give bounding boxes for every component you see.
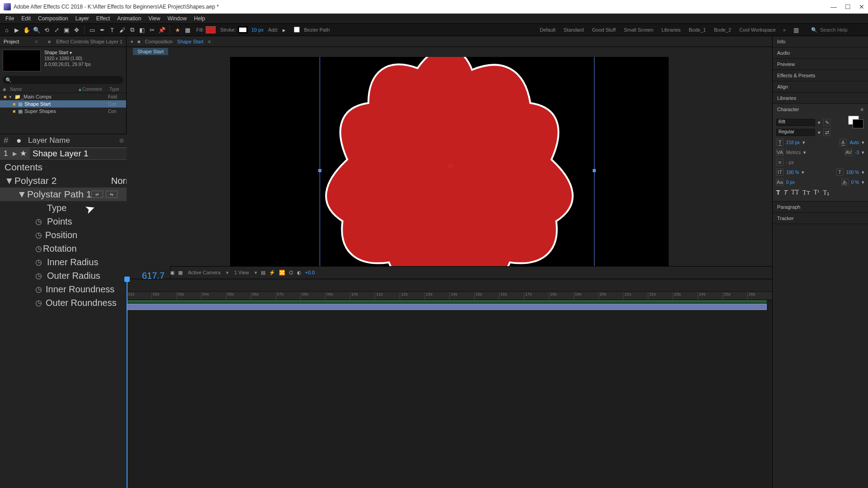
faux-bold-button[interactable]: T — [776, 189, 780, 197]
anchor-tool-icon[interactable]: ✥ — [72, 26, 80, 34]
stopwatch-icon[interactable]: ◷ — [35, 285, 46, 294]
maximize-button[interactable]: ☐ — [845, 3, 851, 10]
label-color-header-icon[interactable]: ● — [16, 136, 28, 145]
selection-handle[interactable] — [593, 169, 596, 172]
font-family-select[interactable]: Rift — [776, 119, 815, 126]
switch-shy-icon[interactable]: ⛭ — [118, 137, 125, 144]
views-select[interactable]: 1 View — [232, 270, 251, 275]
work-area-bar[interactable] — [127, 300, 767, 303]
name-column-header[interactable]: Name — [10, 87, 78, 92]
path-direction-icon[interactable]: ⇄ — [91, 191, 103, 198]
panel-toggle-icon[interactable]: ▥ — [792, 26, 800, 34]
project-item-comp-selected[interactable]: ■ ▦ Shape Start Con — [0, 100, 126, 108]
character-panel-header[interactable]: Character ≡ — [773, 104, 868, 115]
selection-handle[interactable] — [318, 169, 321, 172]
faux-italic-button[interactable]: T — [784, 189, 788, 197]
effects-presets-panel-header[interactable]: Effects & Presets — [773, 70, 868, 81]
project-panel-menu-icon[interactable]: ≡ — [35, 39, 38, 44]
roto-tool-icon[interactable]: ✂ — [148, 26, 156, 34]
stroke-color-swatch[interactable] — [238, 26, 248, 33]
project-item-folder[interactable]: ■ ▾ 📁 _Main Comps Fold — [0, 93, 126, 100]
menu-help[interactable]: Help — [190, 15, 209, 22]
project-item-comp[interactable]: ■ ▦ Super Shapes Con — [0, 108, 126, 115]
subscript-button[interactable]: T₁ — [823, 189, 830, 197]
workspace-bode1[interactable]: Bode_1 — [689, 27, 706, 33]
font-style-select[interactable]: Regular — [776, 129, 815, 136]
menu-layer[interactable]: Layer — [72, 15, 93, 22]
character-panel-menu-icon[interactable]: ≡ — [861, 107, 863, 112]
selection-bounding-box[interactable] — [320, 57, 594, 266]
layer-num-header[interactable]: # — [4, 136, 16, 145]
exposure-reset-icon[interactable]: ◐ — [297, 270, 302, 276]
workspace-cool[interactable]: Cool Workspace — [739, 27, 776, 33]
font-size-value[interactable]: 218 px — [786, 140, 800, 145]
comment-column-header[interactable]: Comment — [82, 87, 109, 92]
comp-thumbnail[interactable] — [3, 50, 41, 71]
minimize-button[interactable]: — — [830, 3, 837, 10]
all-caps-button[interactable]: TT — [791, 189, 799, 197]
composition-tab-name[interactable]: Shape Start — [177, 39, 203, 44]
camera-tool-icon[interactable]: ▣ — [62, 26, 71, 34]
label-header-icon[interactable]: ◆ — [3, 87, 10, 92]
type-column-header[interactable]: Type — [109, 87, 119, 92]
audio-panel-header[interactable]: Audio — [773, 47, 868, 58]
composition-panel-menu-icon[interactable]: ≡ — [208, 39, 211, 44]
sort-icon[interactable]: ▲ — [78, 87, 82, 92]
transparency-grid-icon[interactable]: ▦ — [178, 270, 183, 276]
layer-twirl-icon[interactable]: ▸ — [13, 148, 20, 159]
orbit-tool-icon[interactable]: ⟲ — [42, 26, 51, 34]
swap-colors-icon[interactable]: ⇄ — [823, 129, 830, 136]
vscale-value[interactable]: 100 % — [786, 170, 799, 175]
fill-color-swatch[interactable] — [206, 26, 216, 33]
comp-arrow-icon[interactable]: ◂ — [130, 38, 133, 44]
camera-select[interactable]: Active Camera — [186, 270, 222, 275]
rotate-tool-icon[interactable]: ⤢ — [52, 26, 61, 34]
shape-tool-icon[interactable]: ▭ — [88, 26, 96, 34]
menu-composition[interactable]: Composition — [34, 15, 72, 22]
text-tool-icon[interactable]: T — [108, 26, 116, 34]
menu-effect[interactable]: Effect — [93, 15, 113, 22]
star-option-icon[interactable]: ★ — [174, 26, 182, 34]
clone-tool-icon[interactable]: ⧉ — [128, 26, 136, 34]
time-ruler[interactable]: 01s02s03s 04s05s06s 07s08s09s 10s11s12s … — [127, 292, 772, 300]
workspace-goodstuff[interactable]: Good Stuff — [592, 27, 616, 33]
menu-view[interactable]: View — [145, 15, 164, 22]
stopwatch-icon[interactable]: ◷ — [35, 258, 47, 267]
hscale-value[interactable]: 100 % — [846, 170, 859, 175]
puppet-tool-icon[interactable]: 📌 — [158, 26, 166, 34]
workspace-smallscreen[interactable]: Small Screen — [624, 27, 653, 33]
kerning-value[interactable]: Metrics — [786, 150, 801, 155]
stopwatch-icon[interactable]: ◷ — [35, 271, 47, 281]
eraser-tool-icon[interactable]: ◧ — [138, 26, 146, 34]
add-menu-icon[interactable]: ▸ — [280, 26, 288, 34]
group-twirl-icon[interactable]: ▼ — [5, 175, 14, 186]
menu-file[interactable]: File — [2, 15, 18, 22]
stopwatch-icon[interactable]: ◷ — [35, 298, 46, 308]
selection-tool-icon[interactable]: ▶ — [13, 26, 21, 34]
workspace-standard[interactable]: Standard — [564, 27, 584, 33]
menu-animation[interactable]: Animation — [113, 15, 145, 22]
menu-edit[interactable]: Edit — [18, 15, 34, 22]
bezier-checkbox[interactable] — [294, 27, 300, 33]
roi-icon[interactable]: ▣ — [170, 270, 175, 276]
layer-name[interactable]: Shape Layer 1 — [30, 148, 134, 159]
stopwatch-icon[interactable]: ◷ — [35, 230, 45, 240]
fast-preview-icon[interactable]: ⚡ — [269, 270, 275, 276]
stroke-width-value[interactable]: 10 px — [251, 27, 264, 33]
pixel-aspect-icon[interactable]: ▤ — [261, 270, 265, 276]
layer-duration-bar[interactable] — [127, 304, 767, 310]
workspace-libraries[interactable]: Libraries — [661, 27, 680, 33]
brush-tool-icon[interactable]: 🖌 — [118, 26, 126, 34]
anchor-point-icon[interactable]: ◇ — [448, 162, 453, 169]
stopwatch-icon[interactable]: ◷ — [35, 217, 47, 226]
workspace-default[interactable]: Default — [540, 27, 556, 33]
zoom-tool-icon[interactable]: 🔍 — [33, 26, 41, 34]
libraries-panel-header[interactable]: Libraries — [773, 93, 868, 103]
search-icon[interactable]: 🔍 — [811, 27, 817, 33]
exposure-value[interactable]: +0.0 — [305, 270, 315, 275]
layer-name-header[interactable]: Layer Name — [28, 136, 70, 145]
leading-value[interactable]: Auto — [849, 140, 859, 145]
small-caps-button[interactable]: Tᴛ — [802, 189, 810, 197]
project-tab[interactable]: Project — [4, 39, 19, 44]
path-direction-alt-icon[interactable]: ⇆ — [106, 191, 118, 198]
